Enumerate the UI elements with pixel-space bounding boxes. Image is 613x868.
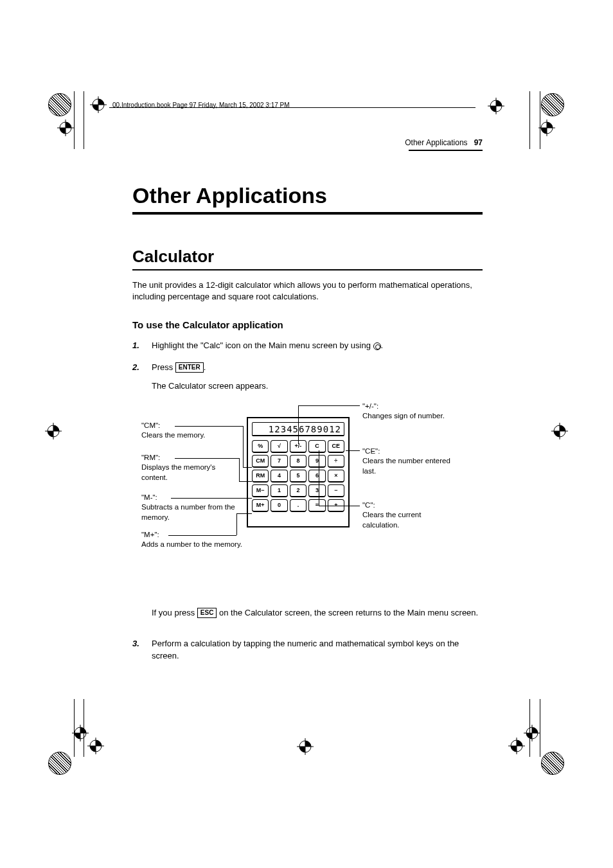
callout-title: "CE": (362, 447, 459, 457)
leader-line (171, 498, 252, 499)
registration-mark-icon (57, 120, 74, 136)
step-number: 2. (132, 361, 143, 393)
calc-key: 3 (308, 484, 325, 497)
calc-key: = (308, 499, 325, 512)
calculator-display: 123456789012 (252, 422, 344, 436)
callout-desc: Subtracts a number from the memory. (141, 502, 243, 522)
calc-key: √ (271, 440, 287, 453)
registration-mark-icon (297, 738, 314, 755)
calc-key: RM (252, 470, 269, 483)
calc-key: 9 (308, 455, 325, 468)
crop-rail (74, 91, 75, 149)
esc-note-pre: If you press (152, 608, 197, 617)
calc-key: + (328, 499, 344, 512)
leader-line (239, 458, 240, 481)
calc-key: +/- (290, 440, 306, 453)
callout-mminus: "M-": Subtracts a number from the memory… (141, 493, 243, 523)
esc-note: If you press ESC on the Calculator scree… (152, 607, 483, 619)
section-title: Calculator (132, 247, 483, 267)
calc-key: − (328, 484, 344, 497)
subsection-title: To use the Calculator application (132, 319, 483, 330)
step-3: 3. Perform a calculation by tapping the … (132, 637, 483, 662)
registration-hatch-icon (541, 93, 564, 116)
registration-mark-icon (524, 725, 540, 741)
step-2-text-post: . (204, 362, 206, 372)
registration-hatch-icon (48, 93, 71, 116)
calc-key: % (252, 440, 269, 453)
page-content: Other Applications 97 Other Applications… (132, 138, 483, 662)
crop-header-text: 00.Introduction.book Page 97 Friday, Mar… (112, 102, 290, 109)
esc-note-post: on the Calculator screen, the screen ret… (217, 608, 478, 617)
step-number: 1. (132, 339, 143, 352)
leader-line (175, 458, 239, 459)
enter-keycap-icon: ENTER (175, 362, 204, 373)
callout-desc: Clears the number entered last. (362, 456, 459, 476)
crop-rail (84, 91, 84, 149)
registration-hatch-icon (541, 752, 564, 775)
crop-rail (529, 91, 530, 149)
step-body: Press ENTER. The Calculator screen appea… (152, 361, 483, 393)
calc-key: 4 (271, 470, 287, 483)
navigation-pad-icon (373, 342, 381, 350)
calc-key: . (290, 499, 306, 512)
calc-key: M+ (252, 499, 269, 512)
calc-key: ÷ (328, 455, 344, 468)
leader-line (168, 535, 236, 536)
chapter-title: Other Applications (132, 183, 483, 208)
calc-key: 6 (308, 470, 325, 483)
callout-c: "C": Clears the current calculation. (362, 500, 459, 531)
step-1-text-post: . (381, 341, 384, 350)
intro-paragraph: The unit provides a 12-digit calculator … (132, 279, 483, 303)
registration-hatch-icon (48, 752, 71, 775)
step-2: 2. Press ENTER. The Calculator screen ap… (132, 361, 483, 393)
calc-key: 5 (290, 470, 306, 483)
registration-mark-icon (90, 96, 107, 113)
calc-key: C (308, 440, 325, 453)
calc-key: 1 (271, 484, 287, 497)
leader-line (236, 513, 237, 535)
calc-key: 2 (290, 484, 306, 497)
registration-mark-icon (538, 120, 555, 136)
callout-desc: Changes sign of number. (362, 411, 459, 421)
calculator-keypad: %√+/-CCECM789÷RM456×M−123−M+0.=+ (248, 439, 348, 516)
calc-key: M− (252, 484, 269, 497)
callout-title: "+/-": (362, 402, 459, 412)
leader-line (298, 405, 360, 406)
calc-key: 8 (290, 455, 306, 468)
registration-mark-icon (72, 725, 89, 741)
running-head: Other Applications 97 (132, 138, 483, 147)
calculator-diagram: "CM": Clears the memory. "RM": Displays … (132, 404, 483, 571)
registration-mark-icon (488, 98, 504, 114)
callout-ce: "CE": Clears the number entered last. (362, 447, 459, 477)
calc-key: 7 (271, 455, 287, 468)
registration-mark-icon (87, 738, 104, 754)
callout-desc: Clears the memory. (141, 430, 243, 441)
chapter-rule (132, 212, 483, 215)
callout-desc: Displays the memory's content. (141, 463, 243, 483)
callout-plusminus: "+/-": Changes sign of number. (362, 402, 459, 421)
running-head-section: Other Applications (405, 138, 467, 147)
calc-key: CM (252, 455, 269, 468)
step-1-text-pre: Highlight the "Calc" icon on the Main me… (152, 341, 373, 350)
page-number: 97 (474, 138, 483, 147)
leader-line (243, 426, 244, 467)
registration-mark-icon (45, 423, 62, 439)
step-2-sub: The Calculator screen appears. (152, 380, 483, 393)
step-body: Perform a calculation by tapping the num… (152, 637, 483, 662)
callout-desc: Clears the current calculation. (362, 510, 459, 530)
step-number: 3. (132, 637, 143, 662)
esc-keycap-icon: ESC (197, 608, 217, 618)
calc-key: CE (328, 440, 344, 453)
step-1: 1. Highlight the "Calc" icon on the Main… (132, 339, 483, 352)
callout-mplus: "M+": Adds a number to the memory. (141, 530, 251, 550)
leader-line (175, 426, 243, 427)
registration-mark-icon (551, 423, 568, 439)
callout-rm: "RM": Displays the memory's content. (141, 453, 243, 483)
registration-mark-icon (508, 738, 525, 754)
calc-key: 0 (271, 499, 287, 512)
callout-cm: "CM": Clears the memory. (141, 421, 243, 441)
step-2-text-pre: Press (152, 362, 175, 372)
callout-desc: Adds a number to the memory. (141, 540, 251, 550)
calc-key: × (328, 470, 344, 483)
step-body: Highlight the "Calc" icon on the Main me… (152, 339, 483, 352)
